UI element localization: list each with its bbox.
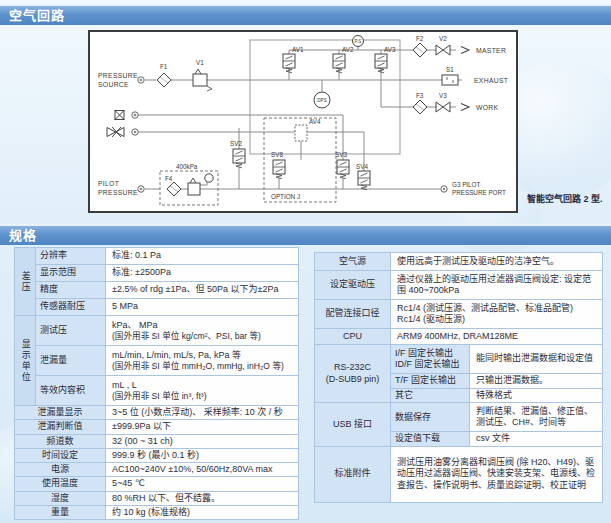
spec-sublabel: 数据保存: [391, 403, 470, 432]
spec-value: ±2.5% of rdg ±1Pa、但 50Pa 以下为±2Pa: [106, 282, 299, 299]
spec-value: 80 %RH 以下、但不结露。: [106, 491, 299, 505]
diagram-caption: 智能空气回路 2 型.: [527, 192, 603, 205]
rs232c-label-line1: RS-232C: [319, 362, 386, 373]
spec-value: ARM9 400MHz, DRAM128ME: [391, 329, 603, 345]
sublabel-line2: ID/F 固定长输出: [395, 359, 465, 370]
air-circuit-diagram: PRESSURE SOURCE F1 V1 AV1 AV2 AV3 AV4 P.…: [88, 30, 518, 213]
spec-label: 显示范围: [36, 265, 106, 282]
sv4-label: SV4: [356, 163, 368, 170]
spec-label: 时间设定: [15, 448, 106, 462]
gauge-icon: [205, 174, 213, 182]
spec-label-accessories: 标准附件: [315, 446, 391, 502]
spec-value: kPa、 MPa (国外用非 SI 单位 kg/cm²、PSI, bar 等): [106, 316, 299, 346]
spec-value: AC100~240V ±10%, 50/60Hz,80VA max: [106, 463, 299, 477]
pneumatic-circuit-svg: PRESSURE SOURCE F1 V1 AV1 AV2 AV3 AV4 P.…: [90, 32, 516, 211]
spec-value: 通过仪器上的驱动压用过滤器调压阀设定: 设定范围 400~700kPa: [391, 271, 603, 300]
v3-label: V3: [439, 92, 447, 99]
spec-label: 空气源: [315, 253, 391, 271]
spec-label: CPU: [315, 329, 391, 345]
spec-label: 设定驱动压: [315, 271, 391, 300]
dps-label: DPS: [317, 98, 326, 103]
spec-label: 配管连接口径: [315, 300, 391, 329]
blocked-port-icon: [132, 112, 138, 118]
spec-label: 泄漏判断值: [15, 420, 106, 434]
f2-label: F2: [416, 35, 424, 42]
regulator-pressure-label: 400kPa: [176, 163, 198, 170]
spec-label: 电源: [15, 463, 106, 477]
spec-label: 泄漏量显示: [15, 406, 106, 420]
table-row: 显示单位 测试压 kPa、 MPa (国外用非 SI 单位 kg/cm²、PSI…: [15, 316, 299, 346]
valve-v2-icon: [436, 45, 450, 55]
g3-port-label: G3 PILOT: [452, 181, 480, 188]
spec-sublabel: T/F 固定长输出: [391, 374, 470, 389]
table-row: 显示范围 标准: ±2500Pa: [15, 265, 299, 282]
spec-value-line2: (国外用非 SI 单位 kg/cm²、PSI, bar 等): [112, 331, 294, 342]
spec-value: ±999.9Pa 以下: [106, 420, 299, 434]
spec-value: 特殊格式: [470, 389, 603, 403]
table-row: CPU ARM9 400MHz, DRAM128ME: [315, 329, 603, 345]
table-row: RS-232C (D-SUB9 pin) I/F 固定长输出 ID/F 固定长输…: [315, 345, 603, 374]
spec-value: 约 10 kg (标准规格): [106, 505, 299, 519]
av4-label: AV4: [309, 118, 321, 125]
valve-sv4-icon: [358, 171, 370, 190]
spec-table-left: 差压 分辨率 标准: 0.1 Pa 显示范围 标准: ±2500Pa 精度 ±2…: [14, 247, 299, 520]
table-row: 泄漏判断值±999.9Pa 以下: [15, 420, 299, 434]
pilot-pressure-label2: PRESSURE: [98, 189, 138, 196]
spec-value: 测试压用油雾分离器和调压阀 (除 H20、H49)、驱动压用过滤器调压阀、快速安…: [391, 446, 603, 502]
spec-value: 标准: 0.1 Pa: [106, 248, 299, 265]
spec-value-line1: mL , L: [112, 380, 294, 391]
sv2-label: SV2: [230, 140, 242, 147]
spec-value-line2: (国外用非 SI 单位 in³, ft³): [112, 391, 294, 402]
pressure-source-label: PRESSURE: [98, 72, 138, 79]
sublabel-line1: I/F 固定长输出: [395, 348, 465, 359]
spec-value-line1: mL/min, L/min, mL/s, Pa, kPa 等: [112, 350, 294, 361]
filter-f3-icon: [413, 100, 427, 114]
pilot-pressure-port-icon: [138, 186, 144, 192]
spec-value: 能同时输出泄漏数据和设定值: [470, 345, 603, 374]
spec-table-right: 空气源 使用远高于测试压及驱动压的洁净空气。 设定驱动压 通过仪器上的驱动压用过…: [314, 252, 603, 503]
table-row: USB 接口 数据保存 判断结果、泄漏值、修正值、测试压、CH#、时间等: [315, 403, 603, 432]
f1-label: F1: [160, 63, 168, 70]
spec-label: 分辨率: [36, 248, 106, 265]
regulator-icon: [188, 178, 200, 195]
valve-sv2-icon: [233, 149, 245, 168]
table-row: 差压 分辨率 标准: 0.1 Pa: [15, 248, 299, 265]
table-row: 频道数32 (00 ~ 31 ch): [15, 434, 299, 448]
spec-value: 判断结果、泄漏值、修正值、测试压、CH#、时间等: [470, 403, 603, 432]
table-row: 设定驱动压 通过仪器上的驱动压用过滤器调压阀设定: 设定范围 400~700kP…: [315, 271, 603, 300]
spec-value: Rc1/4 (测试压源、测试品配管、标准品配管) Rc1/4 (驱动压源): [391, 300, 603, 329]
table-row: 泄漏量显示3~5 位 (小数点浮动)、 采样频率: 10 次 / 秒: [15, 406, 299, 420]
spec-label: 泄漏量: [36, 346, 106, 376]
spec-value-line1: Rc1/4 (测试压源、测试品配管、标准品配管): [397, 303, 598, 314]
table-row: 湿度80 %RH 以下、但不结露。: [15, 491, 299, 505]
spec-value: csv 文件: [470, 432, 603, 446]
spec-label-usb: USB 接口: [315, 403, 391, 446]
table-row: 电源AC100~240V ±10%, 50/60Hz,80VA max: [15, 463, 299, 477]
spec-label: 湿度: [15, 491, 106, 505]
work-arrow-icon: [461, 104, 469, 111]
valve-v3-icon: [436, 102, 450, 112]
plug-symbol-icon: [115, 111, 124, 120]
spec-value: 标准: ±2500Pa: [106, 265, 299, 282]
valve-av4-icon: [295, 125, 307, 141]
spec-value-line2: (国外用非 SI 单位 mmH₂O, mmHg, inH₂O 等): [112, 361, 294, 372]
spec-label: 频道数: [15, 434, 106, 448]
table-row: 重量约 10 kg (标准规格): [15, 505, 299, 519]
pressure-source-label2: SOURCE: [98, 81, 129, 88]
spec-label: 使用温度: [15, 477, 106, 491]
spec-label: 精度: [36, 282, 106, 299]
spec-sublabel: I/F 固定长输出 ID/F 固定长输出: [391, 345, 470, 374]
spec-label: 等效内容积: [36, 376, 106, 406]
group-label-display-units: 显示单位: [15, 316, 36, 406]
f4-label: F4: [165, 175, 173, 182]
v1-label: V1: [196, 59, 204, 66]
g3-port-label2: PRESSURE PORT: [452, 189, 506, 196]
valve-sv8-icon: [273, 160, 285, 179]
spec-value: mL , L (国外用非 SI 单位 in³, ft³): [106, 376, 299, 406]
spec-label: 测试压: [36, 316, 106, 346]
table-row: 泄漏量 mL/min, L/min, mL/s, Pa, kPa 等 (国外用非…: [15, 346, 299, 376]
spec-value: 32 (00 ~ 31 ch): [106, 434, 299, 448]
section-header-specs: 规格: [0, 224, 611, 245]
master-label: MASTER: [476, 47, 506, 54]
av1-label: AV1: [292, 46, 304, 53]
